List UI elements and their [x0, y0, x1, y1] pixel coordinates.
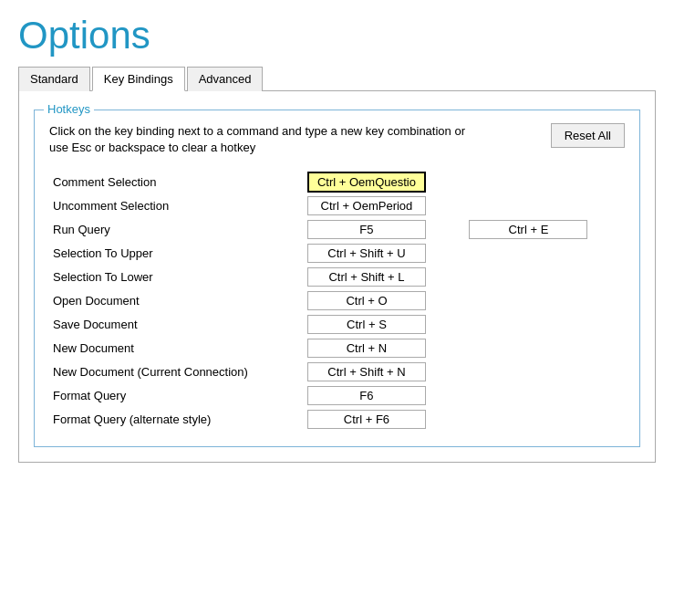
- command-label: Run Query: [49, 218, 304, 242]
- key-binding-cell-primary: Ctrl + Shift + U: [304, 242, 462, 266]
- key-binding-cell-primary: Ctrl + N: [304, 337, 462, 360]
- key-binding-box-primary[interactable]: Ctrl + F6: [307, 410, 426, 429]
- key-binding-cell-primary: Ctrl + O: [304, 289, 462, 313]
- table-row: Save DocumentCtrl + S: [49, 313, 625, 337]
- key-binding-cell-primary: Ctrl + Shift + L: [304, 266, 462, 289]
- key-binding-box-primary[interactable]: Ctrl + O: [307, 291, 426, 310]
- key-binding-cell-primary: Ctrl + OemQuestio: [304, 170, 462, 194]
- command-label: Uncomment Selection: [49, 194, 304, 218]
- key-binding-cell-primary: Ctrl + OemPeriod: [304, 194, 462, 218]
- key-binding-box-primary[interactable]: Ctrl + Shift + U: [307, 244, 426, 263]
- key-binding-box-primary[interactable]: F6: [307, 386, 426, 405]
- reset-all-button[interactable]: Reset All: [551, 123, 625, 148]
- tab-standard[interactable]: Standard: [18, 67, 90, 91]
- hotkeys-description: Click on the key binding next to a comma…: [49, 123, 487, 156]
- tabs-bar: Standard Key Bindings Advanced: [18, 66, 656, 91]
- hotkeys-group: Hotkeys Click on the key binding next to…: [34, 110, 640, 446]
- hotkeys-legend: Hotkeys: [44, 102, 94, 116]
- command-label: Format Query: [49, 384, 304, 408]
- hotkeys-header: Click on the key binding next to a comma…: [49, 123, 625, 156]
- page-title: Options: [18, 15, 656, 57]
- key-binding-box-primary[interactable]: Ctrl + N: [307, 339, 426, 358]
- key-binding-box-primary[interactable]: Ctrl + Shift + L: [307, 267, 426, 287]
- table-row: Comment SelectionCtrl + OemQuestio: [49, 170, 625, 194]
- command-label: Format Query (alternate style): [49, 408, 304, 432]
- command-label: Open Document: [49, 289, 304, 313]
- key-binding-box-primary[interactable]: Ctrl + OemQuestio: [307, 172, 426, 193]
- key-binding-cell-secondary: Ctrl + E: [461, 218, 625, 242]
- table-row: Format QueryF6: [49, 384, 625, 408]
- command-label: New Document (Current Connection): [49, 360, 304, 384]
- command-label: New Document: [49, 337, 304, 360]
- table-row: Uncomment SelectionCtrl + OemPeriod: [49, 194, 625, 218]
- tab-advanced[interactable]: Advanced: [187, 67, 264, 91]
- table-row: Selection To UpperCtrl + Shift + U: [49, 242, 625, 266]
- table-row: Run QueryF5Ctrl + E: [49, 218, 625, 242]
- key-binding-box-primary[interactable]: F5: [307, 220, 426, 239]
- table-row: New DocumentCtrl + N: [49, 337, 625, 360]
- page-container: Options Standard Key Bindings Advanced H…: [0, 0, 674, 477]
- key-binding-box-primary[interactable]: Ctrl + OemPeriod: [307, 196, 426, 215]
- command-label: Comment Selection: [49, 170, 304, 194]
- bindings-table: Comment SelectionCtrl + OemQuestioUncomm…: [49, 170, 625, 432]
- key-binding-cell-primary: Ctrl + S: [304, 313, 462, 337]
- content-area: Hotkeys Click on the key binding next to…: [18, 91, 656, 462]
- key-binding-cell-primary: Ctrl + Shift + N: [304, 360, 462, 384]
- key-binding-box-primary[interactable]: Ctrl + Shift + N: [307, 362, 426, 381]
- table-row: Open DocumentCtrl + O: [49, 289, 625, 313]
- table-row: New Document (Current Connection)Ctrl + …: [49, 360, 625, 384]
- key-binding-cell-primary: F5: [304, 218, 462, 242]
- command-label: Selection To Upper: [49, 242, 304, 266]
- table-row: Selection To LowerCtrl + Shift + L: [49, 266, 625, 289]
- key-binding-box-primary[interactable]: Ctrl + S: [307, 315, 426, 334]
- key-binding-cell-primary: Ctrl + F6: [304, 408, 462, 432]
- tab-key-bindings[interactable]: Key Bindings: [92, 67, 185, 91]
- table-row: Format Query (alternate style)Ctrl + F6: [49, 408, 625, 432]
- key-binding-cell-primary: F6: [304, 384, 462, 408]
- command-label: Save Document: [49, 313, 304, 337]
- key-binding-box-secondary[interactable]: Ctrl + E: [469, 220, 587, 239]
- command-label: Selection To Lower: [49, 266, 304, 289]
